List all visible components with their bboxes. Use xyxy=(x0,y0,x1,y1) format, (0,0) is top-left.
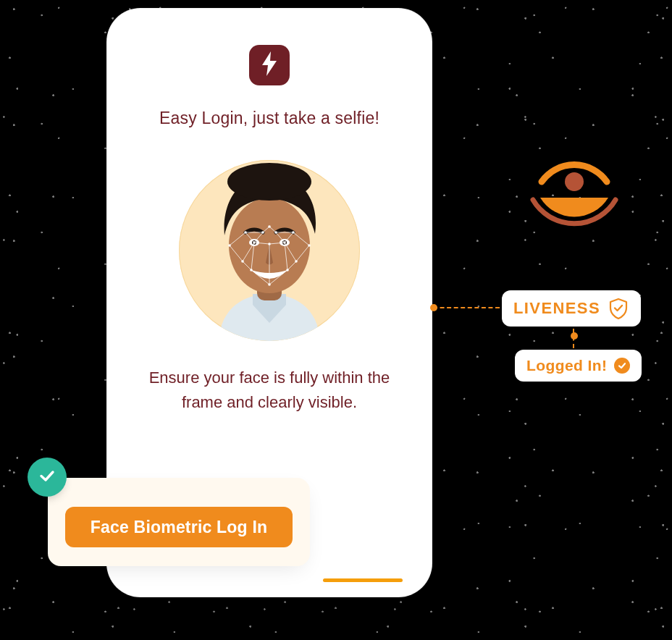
liveness-chip: LIVENESS xyxy=(502,290,641,327)
svg-point-7 xyxy=(228,244,231,247)
brand-badge xyxy=(249,45,290,85)
svg-point-15 xyxy=(283,241,286,244)
instruction-text: Ensure your face is fully within the fra… xyxy=(136,366,403,415)
svg-point-10 xyxy=(292,231,295,234)
svg-point-11 xyxy=(261,231,264,234)
face-login-button-label: Face Biometric Log In xyxy=(91,518,267,537)
svg-point-13 xyxy=(268,225,271,228)
svg-point-2 xyxy=(227,163,311,201)
svg-point-12 xyxy=(274,231,277,234)
connector-line xyxy=(433,307,500,308)
svg-point-21 xyxy=(268,283,271,286)
svg-point-9 xyxy=(244,231,247,234)
face-avatar xyxy=(179,160,360,341)
check-circle-icon xyxy=(614,358,630,374)
svg-point-8 xyxy=(308,244,311,247)
face-login-button[interactable]: Face Biometric Log In xyxy=(65,507,293,547)
selfie-preview[interactable] xyxy=(179,160,360,341)
success-badge xyxy=(28,458,67,497)
svg-point-22 xyxy=(565,172,584,191)
progress-fill xyxy=(323,578,403,582)
svg-point-20 xyxy=(286,269,289,271)
connector-dot xyxy=(430,304,437,311)
svg-point-16 xyxy=(268,243,271,245)
svg-point-19 xyxy=(250,269,253,271)
loggedin-chip: Logged In! xyxy=(515,350,642,382)
shield-check-icon xyxy=(608,298,629,319)
liveness-label: LIVENESS xyxy=(513,299,600,318)
svg-point-17 xyxy=(241,260,244,263)
login-panel: Face Biometric Log In xyxy=(48,478,310,566)
svg-point-14 xyxy=(253,241,256,244)
loggedin-label: Logged In! xyxy=(526,357,607,374)
headline: Easy Login, just take a selfie! xyxy=(136,109,403,128)
smile-icon xyxy=(520,142,629,250)
check-icon xyxy=(38,466,56,488)
lightning-icon xyxy=(260,51,279,79)
progress-track xyxy=(136,578,403,582)
connector-dot xyxy=(571,332,578,340)
svg-point-18 xyxy=(295,260,298,263)
